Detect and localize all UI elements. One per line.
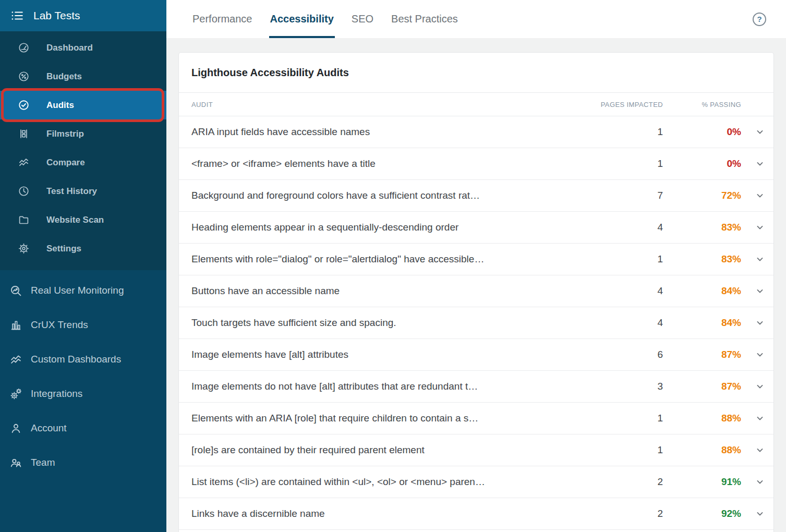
sidebar-item[interactable]: Compare — [0, 148, 166, 177]
audit-name: Background and foreground colors have a … — [191, 190, 600, 201]
sidebar-item[interactable]: Team — [0, 445, 166, 480]
pages-impacted-value: 4 — [600, 317, 663, 329]
tab-label: Best Practices — [391, 13, 458, 25]
table-row[interactable]: Heading elements appear in a sequentiall… — [179, 212, 773, 244]
sidebar-item[interactable]: Website Scan — [0, 205, 166, 234]
person-icon — [9, 422, 22, 435]
sidebar-item[interactable]: CrUX Trends — [0, 308, 166, 342]
sidebar-item-label: Account — [31, 422, 67, 434]
sidebar-item[interactable]: Audits — [0, 91, 166, 119]
chevron-down-icon[interactable] — [755, 349, 765, 360]
sidebar-item[interactable]: Dashboard — [0, 33, 166, 62]
sidebar-item[interactable]: Custom Dashboards — [0, 342, 166, 377]
sidebar-item-label: Compare — [46, 158, 85, 168]
tab[interactable]: Accessibility — [269, 0, 335, 38]
pages-impacted-value: 4 — [600, 222, 663, 233]
people-icon — [9, 456, 22, 469]
sidebar-item-label: Real User Monitoring — [31, 285, 124, 296]
audit-name: Image elements have [alt] attributes — [191, 349, 600, 360]
chevron-down-icon[interactable] — [755, 381, 765, 392]
clock-icon — [18, 185, 30, 197]
table-row[interactable]: Image elements do not have [alt] attribu… — [179, 371, 773, 403]
table-row[interactable]: Image elements have [alt] attributes 6 8… — [179, 339, 773, 371]
audits-card: Lighthouse Accessibility Audits AUDIT PA… — [178, 52, 774, 532]
tab[interactable]: Best Practices — [390, 0, 459, 38]
sidebar-primary-nav: Dashboard Budgets Audits Filmstrip — [0, 31, 166, 270]
chevron-down-icon[interactable] — [755, 190, 765, 201]
chevron-down-icon[interactable] — [755, 127, 765, 137]
card-title: Lighthouse Accessibility Audits — [179, 53, 773, 93]
sidebar-item[interactable]: Integrations — [0, 377, 166, 411]
sidebar-item-label: CrUX Trends — [31, 319, 88, 331]
audit-name: Elements with an ARIA [role] that requir… — [191, 413, 600, 424]
table-header: AUDIT PAGES IMPACTED % PASSING — [179, 93, 773, 116]
tab[interactable]: SEO — [350, 0, 374, 38]
percent-passing-value: 0% — [663, 158, 741, 170]
chevron-down-icon[interactable] — [755, 318, 765, 328]
percent-passing-value: 84% — [663, 317, 741, 329]
chevron-down-icon[interactable] — [755, 286, 765, 296]
table-row[interactable]: List items (<li>) are contained within <… — [179, 466, 773, 498]
tab-label: SEO — [352, 13, 373, 25]
table-row[interactable]: [role]s are contained by their required … — [179, 434, 773, 466]
sidebar-item-label: Filmstrip — [46, 129, 84, 139]
sidebar-item-label: Integrations — [31, 388, 82, 400]
percent-passing-value: 83% — [663, 222, 741, 233]
percent-passing-value: 83% — [663, 253, 741, 265]
percent-passing-value: 0% — [663, 126, 741, 138]
pages-impacted-value: 1 — [600, 126, 663, 138]
list-icon — [10, 9, 24, 22]
audit-name: ARIA input fields have accessible names — [191, 126, 600, 138]
help-icon[interactable]: ? — [753, 13, 766, 26]
pages-impacted-value: 1 — [600, 444, 663, 456]
app-title: Lab Tests — [33, 9, 80, 22]
audit-name: Touch targets have sufficient size and s… — [191, 317, 600, 329]
audit-name: [role]s are contained by their required … — [191, 444, 600, 456]
sidebar-header: Lab Tests — [0, 0, 166, 31]
sidebar-item-label: Test History — [46, 186, 97, 197]
column-header-audit: AUDIT — [191, 101, 600, 108]
percent-passing-value: 92% — [663, 508, 741, 519]
tab-label: Accessibility — [270, 13, 334, 25]
dashboard-icon — [18, 42, 30, 54]
audit-name: Elements with role="dialog" or role="ale… — [191, 253, 600, 265]
tab[interactable]: Performance — [191, 0, 253, 38]
table-row[interactable]: Elements with role="dialog" or role="ale… — [179, 244, 773, 275]
pages-impacted-value: 1 — [600, 253, 663, 265]
tab-label: Performance — [192, 13, 252, 25]
tab-bar: Performance Accessibility SEO Best Pract… — [166, 0, 786, 38]
table-row[interactable]: Background and foreground colors have a … — [179, 180, 773, 212]
sidebar-item-label: Custom Dashboards — [31, 354, 121, 365]
sidebar-item[interactable]: Budgets — [0, 62, 166, 91]
sidebar-item[interactable]: Real User Monitoring — [0, 273, 166, 308]
app-window: Lab Tests Dashboard Budgets Audits — [0, 0, 786, 532]
table-row[interactable]: ARIA input fields have accessible names … — [179, 116, 773, 148]
chevron-down-icon[interactable] — [755, 254, 765, 264]
percent-passing-value: 88% — [663, 413, 741, 424]
percent-passing-value: 88% — [663, 444, 741, 456]
main-area: Performance Accessibility SEO Best Pract… — [166, 0, 786, 532]
content-area: Lighthouse Accessibility Audits AUDIT PA… — [166, 38, 786, 532]
table-row[interactable]: Buttons have an accessible name 4 84% — [179, 275, 773, 307]
sidebar-item[interactable]: Settings — [0, 234, 166, 263]
chevron-down-icon[interactable] — [755, 509, 765, 519]
line-chart-icon — [9, 353, 22, 366]
chevron-down-icon[interactable] — [755, 159, 765, 169]
bar-chart-icon — [9, 319, 22, 332]
audit-name: Image elements do not have [alt] attribu… — [191, 381, 600, 392]
sidebar-secondary-nav: Real User Monitoring CrUX Trends Custom … — [0, 270, 166, 480]
table-row[interactable]: <frame> or <iframe> elements have a titl… — [179, 148, 773, 180]
table-row[interactable]: Touch targets have sufficient size and s… — [179, 307, 773, 339]
sidebar-item[interactable]: Filmstrip — [0, 119, 166, 148]
table-row[interactable]: Elements with an ARIA [role] that requir… — [179, 403, 773, 434]
audit-name: Links have a discernible name — [191, 508, 600, 519]
chevron-down-icon[interactable] — [755, 222, 765, 233]
chevron-down-icon[interactable] — [755, 413, 765, 424]
chevron-down-icon[interactable] — [755, 445, 765, 455]
compare-icon — [18, 156, 30, 168]
sidebar-item[interactable]: Account — [0, 411, 166, 445]
table-row[interactable]: Links have a discernible name 2 92% — [179, 498, 773, 530]
sidebar-item[interactable]: Test History — [0, 177, 166, 205]
percent-passing-value: 91% — [663, 476, 741, 488]
chevron-down-icon[interactable] — [755, 477, 765, 487]
